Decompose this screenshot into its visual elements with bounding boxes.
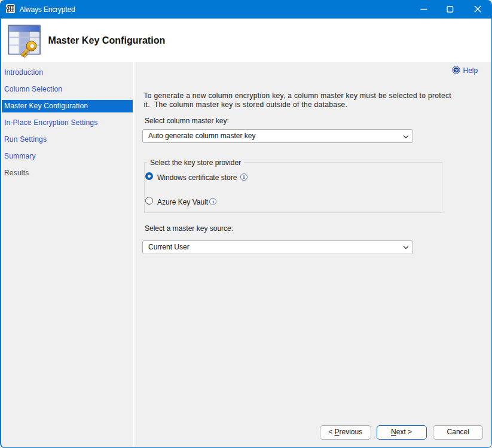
svg-text:?: ? [454, 67, 458, 74]
